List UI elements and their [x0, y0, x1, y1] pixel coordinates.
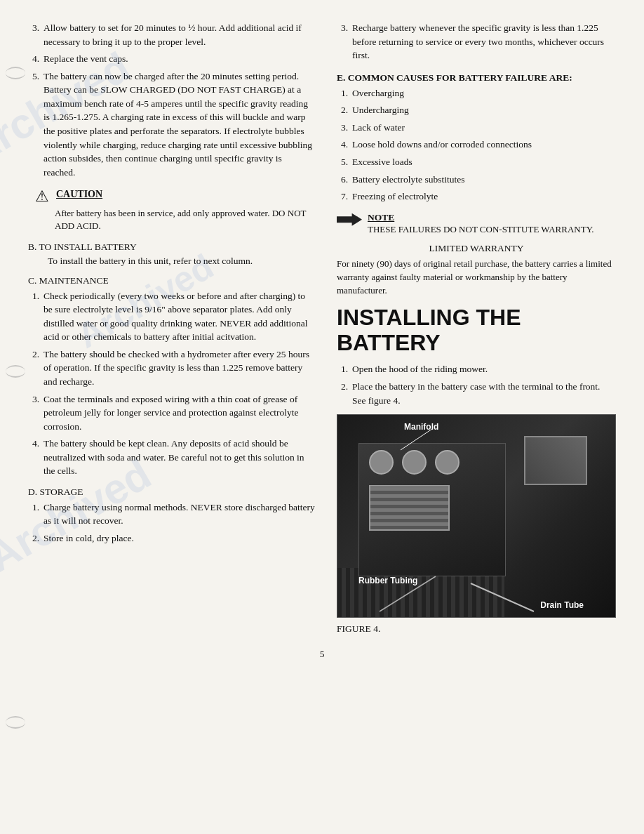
section-d-list: 1. Charge battery using normal methods. … [28, 501, 316, 545]
figure-caption: FIGURE 4. [337, 623, 616, 635]
section-e-item-5: 5. Excessive loads [337, 155, 616, 169]
section-c-title: C. MAINTENANCE [28, 275, 316, 286]
section-e: E. COMMON CAUSES FOR BATTERY FAILURE ARE… [337, 72, 616, 204]
section-c-item-3: 3. Coat the terminals and exposed wiring… [28, 392, 316, 434]
section-b-text: To install the battery in this unit, ref… [48, 256, 316, 267]
limited-warranty-text: For ninety (90) days of original retail … [337, 258, 616, 298]
intro-item-3: 3. Allow battery to set for 20 minutes t… [28, 21, 316, 48]
install-step-1: 1. Open the hood of the riding mower. [337, 362, 616, 376]
right-column: 3. Recharge battery whenever the specifi… [337, 21, 616, 635]
limited-warranty-title: LIMITED WARRANTY [337, 243, 616, 254]
margin-mark-2 [6, 365, 25, 378]
section-c-item-2: 2. The battery should be checked with a … [28, 348, 316, 389]
section-d-title: D. STORAGE [28, 486, 316, 498]
figure-lines [337, 415, 615, 617]
svg-line-0 [471, 583, 534, 611]
intro-item-4: 4. Replace the vent caps. [28, 52, 316, 66]
right-intro-list: 3. Recharge battery whenever the specifi… [337, 21, 616, 62]
section-d-item-1: 1. Charge battery using normal methods. … [28, 501, 316, 528]
section-c-item-1: 1. Check periodically (every two weeks o… [28, 289, 316, 344]
rubber-tubing-label: Rubber Tubing [358, 576, 417, 585]
section-e-item-6: 6. Battery electrolyte substitutes [337, 173, 616, 187]
section-e-title: E. COMMON CAUSES FOR BATTERY FAILURE ARE… [337, 72, 616, 84]
section-e-item-7: 7. Freezing of electrolyte [337, 190, 616, 204]
section-e-list: 1. Overcharging 2. Undercharging 3. Lack… [337, 86, 616, 204]
note-box: NOTE THESE FAILURES DO NOT CON-STITUTE W… [337, 212, 616, 236]
page-number: 5 [28, 649, 616, 660]
section-e-item-1: 1. Overcharging [337, 86, 616, 100]
section-c-list: 1. Check periodically (every two weeks o… [28, 289, 316, 478]
caution-text: After battery has been in service, add o… [55, 207, 309, 232]
section-e-item-3: 3. Lack of water [337, 121, 616, 135]
note-arrow-icon [337, 213, 362, 226]
figure-4-image: Manifold Rubber Tubing Drain Tube [337, 414, 616, 618]
note-label: NOTE [368, 212, 394, 223]
section-d-item-2: 2. Store in cold, dry place. [28, 531, 316, 545]
section-b: B. TO INSTALL BATTERY To install the bat… [28, 241, 316, 267]
install-step-2: 2. Place the battery in the battery case… [337, 380, 616, 407]
installing-title: INSTALLING THE BATTERY [337, 305, 616, 355]
section-c: C. MAINTENANCE 1. Check periodically (ev… [28, 275, 316, 478]
section-d: D. STORAGE 1. Charge battery using norma… [28, 486, 316, 545]
manifold-label: Manifold [404, 422, 438, 432]
intro-item-5: 5. The battery can now be charged after … [28, 70, 316, 180]
limited-warranty-section: LIMITED WARRANTY For ninety (90) days of… [337, 243, 616, 298]
main-columns: 3. Allow battery to set for 20 minutes t… [28, 21, 616, 635]
note-text: THESE FAILURES DO NOT CON-STITUTE WARRAN… [368, 223, 594, 236]
right-item-3: 3. Recharge battery whenever the specifi… [337, 21, 616, 62]
margin-mark-1 [6, 67, 25, 79]
section-b-title: B. TO INSTALL BATTERY [28, 241, 316, 253]
margin-mark-3 [6, 716, 25, 729]
section-e-item-2: 2. Undercharging [337, 103, 616, 117]
caution-box: ⚠ CAUTION After battery has been in serv… [28, 189, 316, 232]
page: Archived Archived Archived 3. Allow batt… [0, 0, 644, 834]
caution-label: CAUTION [56, 189, 102, 200]
drain-tube-label: Drain Tube [540, 600, 584, 610]
section-e-item-4: 4. Loose hold downs and/or corroded conn… [337, 138, 616, 152]
install-steps-list: 1. Open the hood of the riding mower. 2.… [337, 362, 616, 408]
caution-triangle-icon: ⚠ [35, 189, 49, 204]
left-column: 3. Allow battery to set for 20 minutes t… [28, 21, 316, 635]
section-c-item-4: 4. The battery should be kept clean. Any… [28, 437, 316, 478]
intro-list: 3. Allow battery to set for 20 minutes t… [28, 21, 316, 179]
